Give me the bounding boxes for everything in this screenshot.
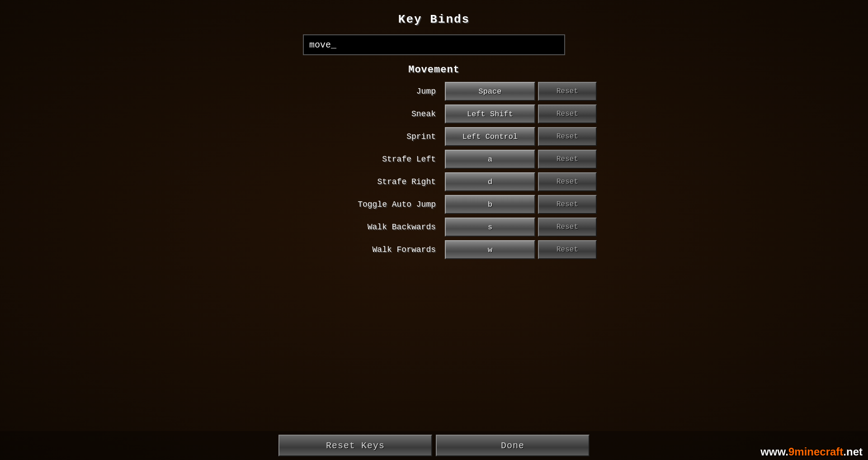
key-bind-button[interactable]: w <box>445 240 535 259</box>
key-bind-button[interactable]: b <box>445 195 535 214</box>
binding-row: SneakLeft ShiftReset <box>271 104 597 124</box>
binding-action-label: Toggle Auto Jump <box>271 200 445 209</box>
reset-bind-button[interactable]: Reset <box>538 150 597 169</box>
key-bind-button[interactable]: Left Control <box>445 127 535 146</box>
binding-action-label: Sprint <box>271 132 445 141</box>
reset-bind-button[interactable]: Reset <box>538 240 597 259</box>
reset-bind-button[interactable]: Reset <box>538 195 597 214</box>
search-input[interactable] <box>303 34 565 55</box>
done-button[interactable]: Done <box>436 435 590 456</box>
reset-bind-button[interactable]: Reset <box>538 82 597 101</box>
reset-keys-button[interactable]: Reset Keys <box>278 435 432 456</box>
reset-bind-button[interactable]: Reset <box>538 127 597 146</box>
reset-bind-button[interactable]: Reset <box>538 104 597 123</box>
binding-row: Strafe LeftaReset <box>271 149 597 170</box>
binding-row: SprintLeft ControlReset <box>271 126 597 147</box>
binding-action-label: Walk Backwards <box>271 223 445 232</box>
binding-action-label: Strafe Left <box>271 155 445 164</box>
binding-row: Walk BackwardssReset <box>271 217 597 237</box>
bindings-list: JumpSpaceResetSneakLeft ShiftResetSprint… <box>271 81 597 260</box>
binding-action-label: Sneak <box>271 109 445 119</box>
key-bind-button[interactable]: a <box>445 150 535 169</box>
binding-row: Toggle Auto JumpbReset <box>271 194 597 215</box>
key-bind-button[interactable]: Left Shift <box>445 104 535 123</box>
reset-bind-button[interactable]: Reset <box>538 218 597 237</box>
binding-row: Walk ForwardswReset <box>271 239 597 260</box>
binding-row: Strafe RightdReset <box>271 171 597 192</box>
watermark-label: www.9minecraft.net <box>760 446 863 458</box>
page-title: Key Binds <box>398 13 470 26</box>
binding-action-label: Walk Forwards <box>271 245 445 254</box>
reset-bind-button[interactable]: Reset <box>538 172 597 191</box>
key-bind-button[interactable]: d <box>445 172 535 191</box>
bottom-bar: Reset Keys Done <box>0 431 868 460</box>
key-bind-button[interactable]: s <box>445 218 535 237</box>
section-label: Movement <box>408 64 460 76</box>
binding-action-label: Strafe Right <box>271 177 445 186</box>
binding-action-label: Jump <box>271 87 445 96</box>
key-bind-button[interactable]: Space <box>445 82 535 101</box>
binding-row: JumpSpaceReset <box>271 81 597 102</box>
